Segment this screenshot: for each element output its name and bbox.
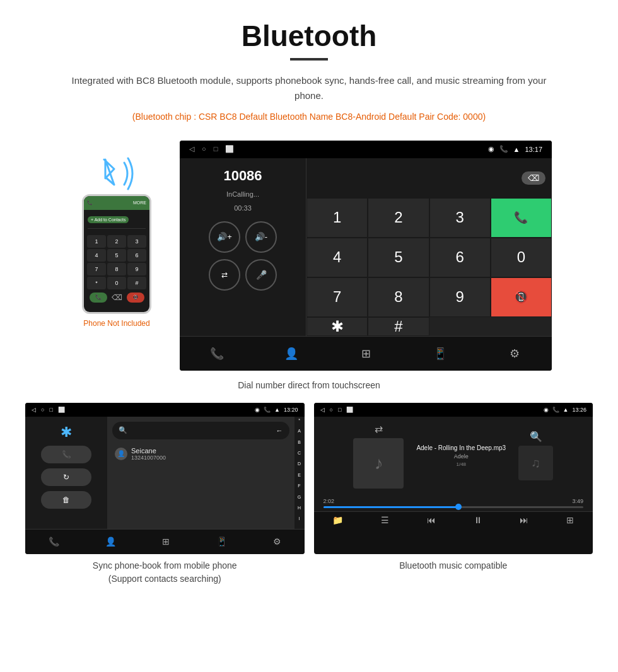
- pb-signal-icon: ▲: [274, 407, 280, 413]
- key-2[interactable]: 2: [107, 235, 126, 248]
- total-time: 3:49: [572, 498, 583, 504]
- alpha-f[interactable]: F: [294, 484, 305, 494]
- dialer-controls: 🔊+ 🔊-: [209, 221, 277, 253]
- progress-track[interactable]: [324, 506, 584, 508]
- playlist-icon[interactable]: ☰: [381, 515, 389, 525]
- alpha-g[interactable]: G: [294, 495, 305, 506]
- contact-avatar: 👤: [115, 448, 127, 460]
- nav-back-icon[interactable]: ◁: [189, 145, 194, 153]
- keypad-delete-button[interactable]: ⌫: [522, 171, 545, 185]
- keypad-call-button[interactable]: 📞: [491, 198, 552, 238]
- key-5[interactable]: 5: [107, 249, 126, 262]
- music-status-bar: ◁ ○ □ ⬜ ◉ 📞 ▲ 13:26: [314, 403, 593, 417]
- pb-time: 13:20: [284, 407, 298, 413]
- phone-mockup: 📞 MORE + Add to Contacts 1 2 3 4 5 6: [82, 194, 151, 314]
- alpha-h[interactable]: H: [294, 506, 305, 516]
- play-pause-icon[interactable]: ⏸: [474, 515, 482, 525]
- status-bar: ◁ ○ □ ⬜ ◉ 📞 ▲ 13:17: [180, 141, 552, 158]
- key-4[interactable]: 4: [87, 249, 106, 262]
- title-divider: [290, 58, 328, 61]
- nav-keypad-icon[interactable]: ⊞: [350, 338, 382, 369]
- nav-settings-icon[interactable]: ⚙: [499, 338, 530, 369]
- key-9[interactable]: 9: [127, 263, 146, 275]
- status-right: ◉ 📞 ▲ 13:17: [488, 145, 542, 153]
- main-screen-section: 📞 MORE + Add to Contacts 1 2 3 4 5 6: [25, 141, 593, 371]
- keypad-end-button[interactable]: 📵: [491, 277, 552, 317]
- alpha-i[interactable]: I: [294, 516, 305, 527]
- alpha-c[interactable]: C: [294, 451, 305, 461]
- phonebook-caption: Sync phone-book from mobile phone (Suppo…: [25, 559, 305, 586]
- phone-call-icon: 📞: [87, 200, 93, 206]
- pb-nav-back: ◁: [32, 407, 36, 413]
- nav-contacts-icon[interactable]: 👤: [276, 338, 307, 369]
- pb-nav-contacts[interactable]: 👤: [105, 536, 116, 547]
- key-1[interactable]: 1: [87, 235, 106, 248]
- key-0[interactable]: 0: [107, 277, 126, 289]
- nav-home-icon[interactable]: ○: [202, 145, 206, 153]
- dialer-left-panel: 10086 InCalling... 00:33 🔊+ 🔊- ⇄ 🎤: [180, 158, 306, 336]
- contact-search-bar[interactable]: 🔍 ←: [112, 422, 289, 439]
- pb-nav-phone[interactable]: 📞: [49, 536, 59, 547]
- progress-fill: [324, 506, 459, 508]
- description-text: Integrated with BC8 Bluetooth module, su…: [25, 73, 593, 103]
- pb-nav-square: □: [49, 407, 52, 413]
- contact-item[interactable]: 👤 Seicane 13241007000: [112, 444, 289, 463]
- key-star[interactable]: *: [87, 277, 106, 289]
- nav-transfer-icon[interactable]: 📱: [424, 338, 456, 369]
- current-time: 2:02: [324, 498, 335, 504]
- shuffle-icon[interactable]: ⇄: [375, 423, 383, 435]
- keypad-6[interactable]: 6: [429, 238, 491, 277]
- key-7[interactable]: 7: [87, 263, 106, 275]
- alpha-a[interactable]: A: [294, 429, 305, 439]
- nav-phone-icon[interactable]: 📞: [201, 338, 233, 369]
- keypad-8[interactable]: 8: [368, 277, 429, 317]
- search-icon: 🔍: [119, 426, 127, 434]
- keypad-3[interactable]: 3: [429, 198, 491, 238]
- key-6[interactable]: 6: [127, 249, 146, 262]
- nav-recents-icon[interactable]: □: [214, 145, 218, 153]
- keypad-star[interactable]: ✱: [306, 317, 368, 336]
- pb-sync-btn[interactable]: ↻: [41, 468, 91, 486]
- volume-up-button[interactable]: 🔊+: [209, 221, 240, 253]
- pb-call-btn[interactable]: 📞: [41, 446, 91, 463]
- pb-nav-settings[interactable]: ⚙: [273, 536, 281, 547]
- phonebook-status-right: ◉ 📞 ▲ 13:20: [255, 407, 298, 413]
- alpha-d[interactable]: D: [294, 461, 305, 472]
- status-time: 13:17: [525, 146, 542, 153]
- phone-call-button[interactable]: 📞: [90, 293, 107, 303]
- music-track-title: Adele - Rolling In the Deep.mp3: [416, 444, 506, 451]
- keypad-4[interactable]: 4: [306, 238, 368, 277]
- keypad-9[interactable]: 9: [429, 277, 491, 317]
- keypad-0-top[interactable]: 0: [491, 238, 552, 277]
- phone-screen: 📞 MORE + Add to Contacts 1 2 3 4 5 6: [84, 196, 149, 312]
- folder-icon[interactable]: 📁: [332, 515, 343, 525]
- pb-delete-btn[interactable]: 🗑: [41, 491, 91, 509]
- keypad-7[interactable]: 7: [306, 277, 368, 317]
- bottom-screens: ◁ ○ □ ⬜ ◉ 📞 ▲ 13:20 ✱: [25, 403, 593, 586]
- volume-down-button[interactable]: 🔊-: [245, 221, 277, 253]
- keypad-hash[interactable]: #: [368, 317, 429, 336]
- alpha-e[interactable]: E: [294, 473, 305, 484]
- mute-button[interactable]: 🎤: [245, 259, 277, 291]
- phonebook-caption-line1: Sync phone-book from mobile phone: [93, 560, 237, 571]
- alpha-b[interactable]: B: [294, 440, 305, 451]
- key-8[interactable]: 8: [107, 263, 126, 275]
- switch-call-button[interactable]: ⇄: [209, 259, 240, 291]
- contacts-list: 🔍 ← 👤 Seicane 13241007000: [107, 417, 294, 529]
- pb-nav-device[interactable]: 📱: [216, 536, 227, 547]
- music-left-controls: ⇄ ♪: [353, 423, 404, 489]
- pb-nav-grid[interactable]: ⊞: [162, 536, 170, 547]
- prev-track-icon[interactable]: ⏮: [427, 515, 436, 525]
- equalizer-icon[interactable]: ⊞: [566, 515, 574, 525]
- phone-end-button[interactable]: 📵: [127, 293, 144, 303]
- keypad-2[interactable]: 2: [368, 198, 429, 238]
- wifi-signal-icon: ▲: [513, 146, 520, 153]
- keypad-5[interactable]: 5: [368, 238, 429, 277]
- dialer-status: InCalling...: [226, 190, 259, 198]
- next-track-icon[interactable]: ⏭: [520, 515, 528, 525]
- keypad-1[interactable]: 1: [306, 198, 368, 238]
- key-3[interactable]: 3: [127, 235, 146, 248]
- search-music-icon[interactable]: 🔍: [530, 431, 542, 443]
- key-hash[interactable]: #: [127, 277, 146, 289]
- phonebook-body: ✱ 📞 ↻ 🗑 🔍 ←: [25, 417, 305, 529]
